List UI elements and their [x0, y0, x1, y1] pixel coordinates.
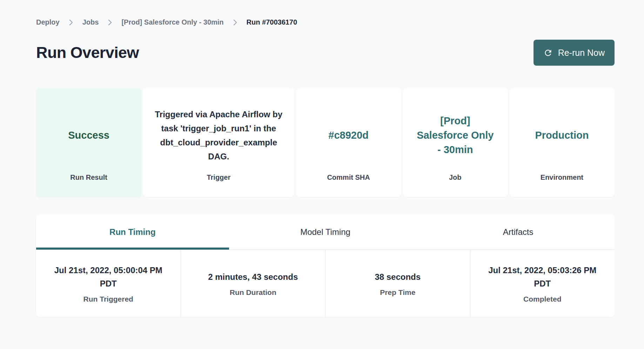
commit-sha-label: Commit SHA	[296, 173, 401, 197]
run-summary-cards: Success Run Result Triggered via Apache …	[36, 88, 615, 197]
breadcrumb-item-run-number: Run #70036170	[247, 18, 297, 26]
breadcrumb-item-job-name[interactable]: [Prod] Salesforce Only - 30min	[121, 18, 223, 26]
page-header: Run Overview Re-run Now	[36, 40, 615, 66]
environment-label: Environment	[509, 173, 615, 197]
run-duration-value: 2 minutes, 43 seconds	[208, 270, 298, 284]
run-overview-page: Deploy Jobs [Prod] Salesforce Only - 30m…	[0, 0, 644, 349]
environment-link[interactable]: Production	[535, 128, 589, 143]
chevron-right-icon	[233, 19, 237, 26]
job-card: [Prod] Salesforce Only - 30min Job	[403, 88, 508, 197]
prep-time-cell: 38 seconds Prep Time	[325, 250, 470, 317]
tab-run-timing[interactable]: Run Timing	[36, 215, 229, 249]
run-result-card: Success Run Result	[36, 88, 141, 197]
run-result-value: Success	[68, 130, 109, 141]
completed-value: Jul 21st, 2022, 05:03:26 PM PDT	[481, 264, 604, 290]
refresh-icon	[543, 48, 553, 58]
run-detail-card: Run Timing Model Timing Artifacts Jul 21…	[36, 215, 615, 317]
breadcrumb-item-deploy[interactable]: Deploy	[36, 18, 60, 26]
completed-label: Completed	[523, 295, 562, 303]
chevron-right-icon	[108, 19, 112, 26]
run-triggered-value: Jul 21st, 2022, 05:00:04 PM PDT	[47, 264, 170, 290]
page-title: Run Overview	[36, 44, 139, 62]
trigger-card: Triggered via Apache Airflow by task 'tr…	[143, 88, 294, 197]
trigger-value: Triggered via Apache Airflow by task 'tr…	[152, 107, 285, 164]
rerun-now-button[interactable]: Re-run Now	[534, 40, 615, 66]
run-triggered-cell: Jul 21st, 2022, 05:00:04 PM PDT Run Trig…	[36, 250, 181, 317]
job-label: Job	[403, 173, 508, 197]
tab-model-timing[interactable]: Model Timing	[229, 215, 422, 249]
run-timing-panel: Jul 21st, 2022, 05:00:04 PM PDT Run Trig…	[36, 250, 615, 317]
chevron-right-icon	[69, 19, 73, 26]
tab-artifacts[interactable]: Artifacts	[422, 215, 615, 249]
prep-time-label: Prep Time	[380, 288, 415, 297]
run-triggered-label: Run Triggered	[83, 295, 133, 303]
tab-bar: Run Timing Model Timing Artifacts	[36, 215, 615, 250]
job-link[interactable]: [Prod] Salesforce Only - 30min	[416, 114, 495, 157]
run-result-label: Run Result	[36, 173, 141, 197]
run-duration-cell: 2 minutes, 43 seconds Run Duration	[181, 250, 326, 317]
breadcrumb-item-jobs[interactable]: Jobs	[82, 18, 99, 26]
commit-sha-card: #c8920d Commit SHA	[296, 88, 401, 197]
breadcrumb: Deploy Jobs [Prod] Salesforce Only - 30m…	[36, 18, 615, 26]
trigger-label: Trigger	[143, 173, 294, 197]
run-duration-label: Run Duration	[230, 288, 276, 297]
rerun-now-label: Re-run Now	[558, 48, 605, 58]
prep-time-value: 38 seconds	[375, 270, 421, 284]
commit-sha-link[interactable]: #c8920d	[328, 128, 369, 143]
completed-cell: Jul 21st, 2022, 05:03:26 PM PDT Complete…	[470, 250, 615, 317]
environment-card: Production Environment	[509, 88, 615, 197]
